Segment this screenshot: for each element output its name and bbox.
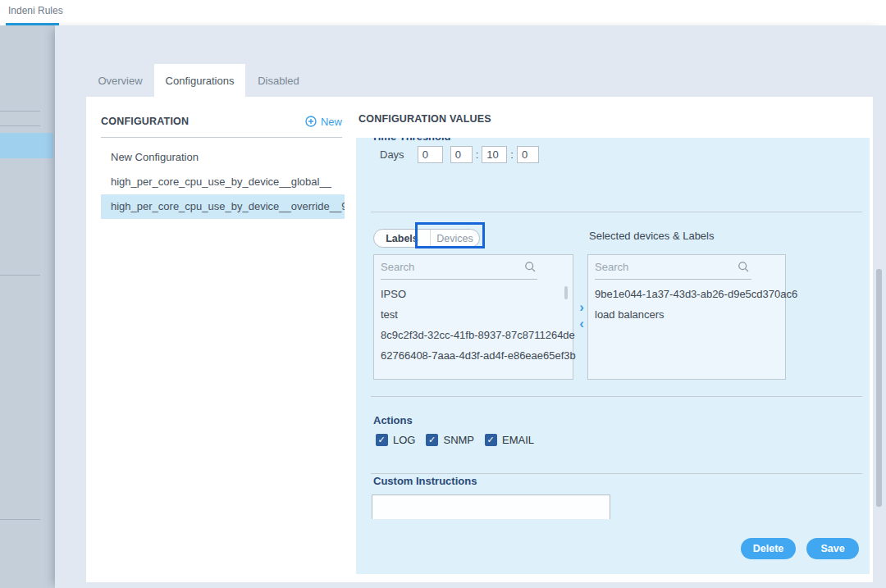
- email-checkbox-label: EMAIL: [502, 434, 534, 446]
- search-input[interactable]: [595, 258, 734, 275]
- email-checkbox[interactable]: [485, 434, 497, 446]
- divider: [0, 125, 40, 126]
- config-list-item[interactable]: New Configuration: [86, 145, 356, 170]
- tab-configurations[interactable]: Configurations: [154, 64, 245, 97]
- move-left-button[interactable]: [576, 317, 587, 331]
- list-item[interactable]: 8c9c2f3d-32cc-41fb-8937-87c8711264de: [374, 325, 573, 345]
- move-right-button[interactable]: [576, 300, 587, 315]
- modal-scrollbar-thumb[interactable]: [876, 269, 882, 507]
- actions-checkbox-row: LOG SNMP EMAIL: [376, 433, 545, 446]
- list-item[interactable]: 9be1e044-1a37-43d3-ab26-d9e5cd370ac6: [588, 284, 785, 304]
- custom-instructions-label: Custom Instructions: [373, 475, 477, 487]
- click-target-annotation: [415, 222, 485, 248]
- time-threshold-label-clipped: Time Threshold: [372, 138, 451, 143]
- divider: [381, 279, 537, 280]
- days-label: Days: [380, 148, 404, 161]
- divider: [0, 111, 40, 112]
- tab-overview[interactable]: Overview: [86, 64, 154, 97]
- threshold-hours-input[interactable]: [450, 146, 473, 163]
- rule-configuration-modal: Overview Configurations Disabled CONFIGU…: [55, 25, 886, 588]
- divider: [101, 137, 342, 138]
- threshold-minutes-input[interactable]: [482, 146, 507, 163]
- sidebar-selected-item: [0, 133, 53, 158]
- configuration-list-panel: CONFIGURATION New New Configuration high…: [86, 97, 356, 582]
- save-button[interactable]: Save: [806, 538, 859, 559]
- configuration-values-header: CONFIGURATION VALUES: [359, 113, 491, 125]
- actions-label: Actions: [373, 414, 413, 426]
- values-scroll-viewport: Time Threshold Days : : Labels Devices: [356, 138, 870, 519]
- threshold-days-input[interactable]: [418, 146, 443, 163]
- nav-tab-indeni-rules[interactable]: Indeni Rules: [8, 5, 63, 16]
- tab-disabled[interactable]: Disabled: [245, 64, 312, 97]
- divider: [0, 275, 40, 276]
- list-item[interactable]: load balancers: [588, 304, 785, 325]
- configuration-list: New Configuration high_per_core_cpu_use_…: [86, 145, 356, 219]
- custom-instructions-textarea[interactable]: [372, 495, 610, 519]
- configuration-values-panel: CONFIGURATION VALUES Time Threshold Days…: [356, 97, 873, 582]
- dimmed-sidebar: [0, 25, 55, 588]
- snmp-checkbox[interactable]: [426, 434, 438, 446]
- new-configuration-button[interactable]: New: [305, 116, 342, 128]
- selected-items-listbox: 9be1e044-1a37-43d3-ab26-d9e5cd370ac6 loa…: [587, 254, 786, 380]
- time-separator: :: [510, 148, 514, 161]
- divider: [371, 212, 862, 212]
- time-threshold-row: Days : :: [380, 145, 546, 163]
- configurations-card: CONFIGURATION New New Configuration high…: [86, 97, 873, 582]
- list-item[interactable]: test: [374, 304, 573, 325]
- log-checkbox-label: LOG: [393, 434, 415, 446]
- divider: [595, 279, 751, 280]
- plus-circle-icon: [305, 116, 317, 127]
- values-scroll-area: Time Threshold Days : : Labels Devices: [356, 138, 870, 574]
- divider: [371, 396, 862, 397]
- config-list-item-selected[interactable]: high_per_core_cpu_use_by_device__overrid…: [101, 194, 345, 219]
- new-configuration-label: New: [321, 116, 342, 128]
- divider: [371, 473, 862, 474]
- snmp-checkbox-label: SNMP: [443, 434, 474, 446]
- config-list-item[interactable]: high_per_core_cpu_use_by_device__global_…: [86, 170, 356, 194]
- log-checkbox[interactable]: [376, 434, 388, 446]
- list-scrollbar-thumb[interactable]: [564, 286, 568, 299]
- list-item[interactable]: 62766408-7aaa-4d3f-ad4f-e86eae65ef3b: [374, 345, 573, 366]
- list-item[interactable]: IPSO: [374, 284, 573, 304]
- configuration-header: CONFIGURATION: [101, 116, 189, 127]
- divider: [0, 519, 40, 520]
- top-bar: Indeni Rules: [0, 0, 886, 25]
- available-items-listbox: IPSO test 8c9c2f3d-32cc-41fb-8937-87c871…: [373, 254, 573, 380]
- search-icon: [738, 261, 750, 276]
- threshold-seconds-input[interactable]: [517, 146, 539, 163]
- search-icon: [524, 261, 537, 276]
- search-input[interactable]: [381, 258, 520, 275]
- delete-button[interactable]: Delete: [741, 538, 796, 559]
- time-separator: :: [476, 148, 479, 161]
- selected-devices-labels-header: Selected devices & Labels: [589, 230, 714, 242]
